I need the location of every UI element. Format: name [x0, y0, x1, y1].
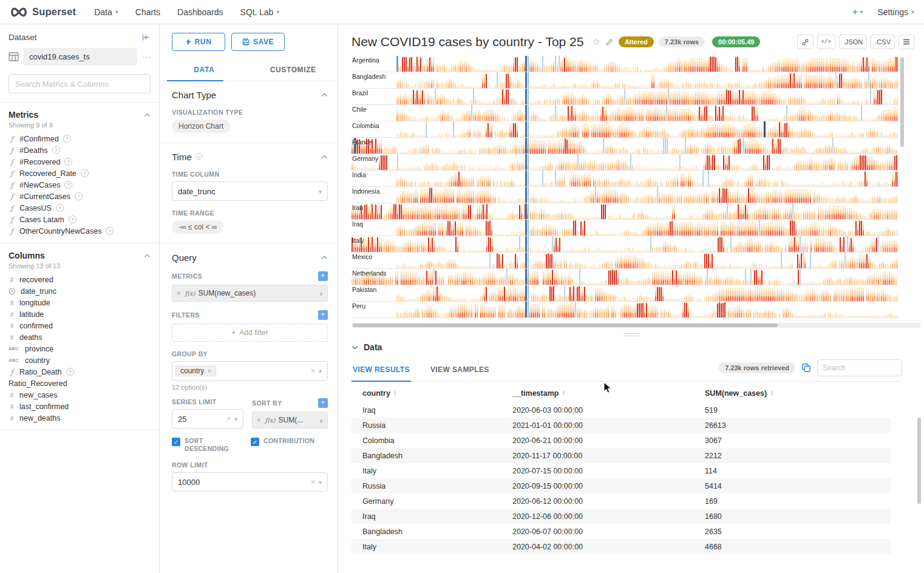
- chevron-up-icon[interactable]: [321, 155, 328, 159]
- table-row[interactable]: Italy2020-04-02 00:00:004668: [352, 539, 891, 554]
- close-icon[interactable]: ×: [208, 368, 211, 375]
- horizon-row[interactable]: Italy: [352, 236, 898, 253]
- help-icon[interactable]: ?: [64, 158, 72, 166]
- share-link-button[interactable]: [797, 35, 814, 49]
- table-row[interactable]: Colombia2020-06-21 00:00:003067: [352, 433, 891, 448]
- column-item[interactable]: date_trunc: [0, 285, 159, 297]
- table-row[interactable]: Germany2020-06-12 00:00:00169: [352, 493, 891, 509]
- column-header[interactable]: __timestamp▲▼: [501, 389, 694, 398]
- export-json-button[interactable]: .JSON: [839, 35, 867, 49]
- metric-item[interactable]: ƒ#Confirmed?: [0, 133, 159, 144]
- close-icon[interactable]: ×: [311, 367, 315, 375]
- help-icon[interactable]: ?: [106, 227, 114, 235]
- chevron-up-icon[interactable]: [144, 254, 151, 258]
- table-row[interactable]: Bangladesh2020-11-17 00:00:002212: [352, 448, 891, 463]
- dataset-more-icon[interactable]: ···: [142, 52, 152, 61]
- column-item[interactable]: ABCprovince: [0, 343, 159, 354]
- metric-item[interactable]: ƒ#NewCases?: [0, 179, 159, 191]
- column-item[interactable]: ABCcountry: [0, 354, 159, 366]
- horizon-row[interactable]: Iraq: [352, 220, 898, 236]
- horizon-row[interactable]: Chile: [352, 105, 898, 121]
- metrics-columns-search-input[interactable]: [8, 74, 151, 93]
- viz-type-value[interactable]: Horizon Chart: [172, 120, 230, 133]
- chart-vertical-scrollbar[interactable]: [900, 57, 904, 147]
- time-range-value[interactable]: -∞ ≤ col < ∞: [172, 220, 223, 234]
- chevron-down-icon[interactable]: [352, 345, 358, 350]
- scrollbar-thumb[interactable]: [353, 324, 778, 327]
- metric-item[interactable]: ƒOtherCountryNewCases?: [0, 225, 159, 237]
- nav-item-sql-lab[interactable]: SQL Lab▾: [240, 7, 280, 17]
- column-item[interactable]: #new_deaths: [0, 412, 159, 424]
- column-header[interactable]: country▲▼: [352, 389, 501, 398]
- horizon-row[interactable]: Indonesia: [352, 187, 898, 203]
- row-limit-select[interactable]: 10000 × ▾: [172, 472, 328, 492]
- group-by-tag[interactable]: country ×: [175, 365, 216, 376]
- horizon-row[interactable]: Brazil: [352, 89, 898, 105]
- metric-item[interactable]: ƒCases Latam?: [0, 214, 159, 225]
- results-search-input[interactable]: [817, 359, 902, 376]
- results-vertical-scrollbar[interactable]: [917, 418, 921, 504]
- group-by-select[interactable]: country × × ▾: [172, 361, 328, 381]
- altered-badge[interactable]: Altered: [619, 36, 654, 47]
- column-item[interactable]: #new_cases: [0, 389, 159, 401]
- sort-by-chip[interactable]: × ƒ(x) SUM(... ›: [252, 412, 328, 429]
- close-icon[interactable]: ×: [226, 415, 231, 423]
- panel-splitter[interactable]: [338, 328, 924, 341]
- copy-icon[interactable]: [801, 363, 811, 373]
- sort-descending-checkbox[interactable]: ✓: [172, 438, 180, 446]
- help-icon[interactable]: ?: [64, 181, 72, 189]
- horizon-row[interactable]: Argentina: [352, 56, 898, 72]
- chart-horizontal-scrollbar[interactable]: [352, 323, 921, 328]
- table-row[interactable]: Russia2021-01-01 00:00:0026613: [352, 418, 891, 433]
- caret-right-icon[interactable]: ›: [315, 289, 327, 298]
- star-icon[interactable]: ☆: [592, 36, 600, 47]
- horizon-row[interactable]: Colombia: [352, 121, 898, 138]
- time-column-select[interactable]: date_trunc ▾: [172, 181, 328, 201]
- close-icon[interactable]: ×: [253, 416, 265, 424]
- nav-item-charts[interactable]: Charts: [135, 7, 160, 17]
- horizon-row[interactable]: Germany: [352, 154, 898, 171]
- tab-view-samples[interactable]: VIEW SAMPLES: [429, 360, 491, 381]
- add-filter-dropzone[interactable]: + Add filter: [172, 324, 328, 342]
- tab-view-results[interactable]: VIEW RESULTS: [352, 360, 411, 381]
- help-icon[interactable]: ?: [63, 135, 71, 143]
- horizon-row[interactable]: Iran: [352, 203, 898, 220]
- help-icon[interactable]: ?: [56, 204, 64, 212]
- column-item[interactable]: #recovered: [0, 274, 159, 285]
- metric-item[interactable]: ƒCasesUS?: [0, 202, 159, 214]
- chevron-up-icon[interactable]: [321, 256, 328, 260]
- column-item[interactable]: ƒRatio_Death?: [0, 366, 159, 378]
- column-item[interactable]: #longitude: [0, 297, 159, 308]
- embed-code-button[interactable]: </>: [817, 35, 835, 49]
- metric-chip[interactable]: × ƒ(x) SUM(new_cases) ›: [172, 285, 328, 302]
- new-item-button[interactable]: + ▾: [852, 6, 863, 18]
- save-button[interactable]: SAVE: [231, 33, 285, 51]
- horizon-row[interactable]: Bangladesh: [352, 72, 898, 89]
- metric-item[interactable]: ƒ#Deaths?: [0, 144, 159, 156]
- series-limit-select[interactable]: 25 × ▾: [172, 409, 243, 429]
- tab-customize[interactable]: CUSTOMIZE: [249, 59, 338, 81]
- nav-item-dashboards[interactable]: Dashboards: [177, 7, 223, 17]
- superset-brand[interactable]: Superset: [10, 6, 76, 18]
- menu-icon[interactable]: [899, 35, 914, 49]
- table-row[interactable]: Iraq2020-06-03 00:00:00519: [352, 402, 891, 418]
- collapse-panel-icon[interactable]: [141, 33, 151, 41]
- add-metric-button[interactable]: +: [318, 271, 328, 281]
- nav-item-data[interactable]: Data▾: [94, 7, 118, 17]
- horizon-row[interactable]: Mexico: [352, 253, 898, 269]
- column-item[interactable]: #last_confirmed: [0, 401, 159, 412]
- help-icon[interactable]: ?: [75, 192, 83, 200]
- edit-icon[interactable]: [605, 38, 614, 46]
- settings-menu[interactable]: Settings ▾: [877, 7, 914, 17]
- help-icon[interactable]: ?: [52, 146, 60, 154]
- table-row[interactable]: Bangladesh2020-06-07 00:00:002635: [352, 524, 891, 539]
- horizon-row[interactable]: Netherlands: [352, 269, 898, 285]
- horizon-chart[interactable]: ArgentinaBangladeshBrazilChileColombiaFr…: [352, 56, 898, 318]
- close-icon[interactable]: ×: [172, 290, 185, 297]
- help-icon[interactable]: ?: [81, 169, 89, 177]
- help-icon[interactable]: ?: [69, 215, 76, 223]
- add-filter-button[interactable]: +: [318, 310, 328, 320]
- run-button[interactable]: RUN: [172, 33, 225, 51]
- tab-data[interactable]: DATA: [160, 59, 249, 81]
- horizon-row[interactable]: India: [352, 171, 898, 187]
